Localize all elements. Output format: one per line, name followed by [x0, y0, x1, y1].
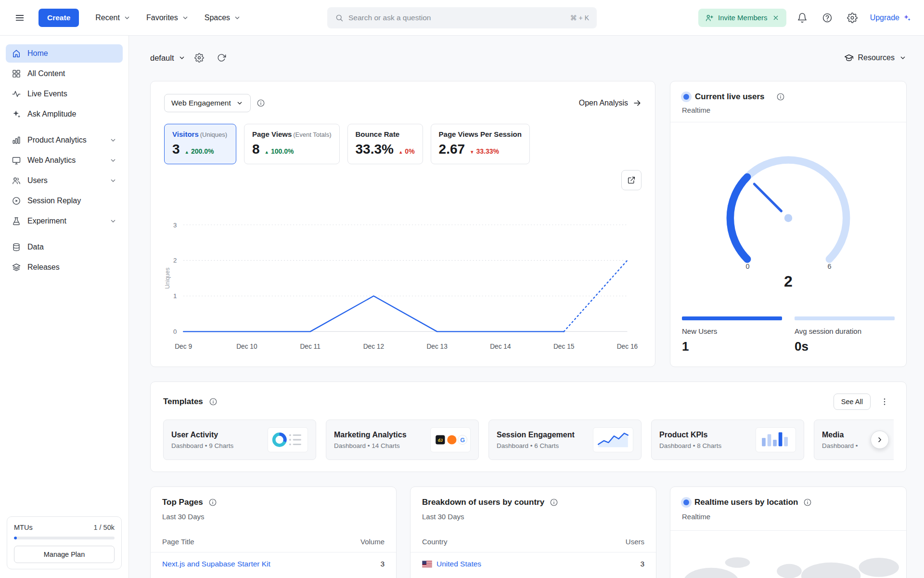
column-header-volume: Volume: [360, 538, 385, 546]
country-breakdown-title: Breakdown of users by country: [422, 498, 544, 507]
sidebar-item-session-replay[interactable]: Session Replay: [6, 192, 123, 210]
topbar-actions: Invite Members Upgrade: [698, 9, 911, 27]
volume-value: 3: [380, 560, 385, 568]
template-name: Product KPIs: [659, 431, 721, 439]
invite-members-button[interactable]: Invite Members: [698, 9, 786, 27]
refresh-button[interactable]: [213, 49, 230, 66]
sidebar-item-all-content[interactable]: All Content: [6, 65, 123, 83]
gear-icon: [847, 13, 858, 23]
gear-icon: [194, 53, 204, 63]
metric-visitors[interactable]: Visitors(Uniques) 3▲200.0%: [164, 124, 236, 164]
info-icon[interactable]: [550, 498, 558, 507]
search-input[interactable]: [348, 13, 565, 22]
sidebar-item-home[interactable]: Home: [6, 44, 123, 63]
metric-value: 33.3%: [356, 142, 394, 157]
country-link[interactable]: United States: [422, 560, 481, 568]
workspace-selector[interactable]: default: [150, 53, 186, 63]
spaces-menu[interactable]: Spaces: [205, 13, 241, 22]
metric-value: 2.67: [439, 142, 465, 157]
templates-menu-button[interactable]: [875, 393, 894, 411]
top-pages-title: Top Pages: [162, 498, 203, 507]
template-meta: Dashboard • 6 Charts: [497, 442, 575, 449]
info-icon[interactable]: [208, 498, 217, 507]
settings-button[interactable]: [843, 9, 861, 27]
country-breakdown-range: Last 30 Days: [422, 512, 644, 521]
svg-text:Dec 16: Dec 16: [617, 343, 638, 350]
engagement-metric-set-selector[interactable]: Web Engagement: [164, 94, 251, 112]
engagement-chart-area: 0123UniquesDec 9Dec 10Dec 11Dec 12Dec 13…: [164, 169, 642, 354]
expand-chart-button[interactable]: [621, 170, 642, 190]
metric-qualifier: (Uniques): [200, 131, 227, 138]
realtime-location-card: Realtime users by location Realtime: [670, 486, 907, 578]
svg-text:Dec 14: Dec 14: [490, 343, 511, 350]
sidebar-item-product-analytics[interactable]: Product Analytics: [6, 131, 123, 149]
grid-icon: [12, 69, 21, 79]
sidebar-item-label: Home: [27, 49, 48, 58]
page-title-link[interactable]: Next.js and Supabase Starter Kit: [162, 560, 270, 568]
sidebar-item-experiment[interactable]: Experiment: [6, 212, 123, 230]
sidebar-item-web-analytics[interactable]: Web Analytics: [6, 151, 123, 170]
manage-plan-button[interactable]: Manage Plan: [14, 546, 115, 563]
database-icon: [12, 242, 21, 252]
template-meta: Dashboard •: [822, 442, 858, 449]
template-user-activity[interactable]: User ActivityDashboard • 9 Charts: [163, 420, 316, 460]
recent-menu[interactable]: Recent: [95, 13, 131, 22]
template-marketing-analytics[interactable]: Marketing AnalyticsDashboard • 14 Charts…: [326, 420, 479, 460]
open-analysis-button[interactable]: Open Analysis: [579, 99, 642, 107]
menu-icon: [14, 13, 25, 23]
upgrade-link[interactable]: Upgrade: [870, 13, 911, 22]
info-icon[interactable]: [209, 397, 218, 406]
table-row: Next.js and Supabase Starter Kit 3: [151, 552, 396, 576]
stat-label: Avg session duration: [795, 327, 895, 335]
chevron-down-icon: [899, 54, 907, 62]
template-product-kpis[interactable]: Product KPIsDashboard • 8 Charts: [651, 420, 804, 460]
notifications-button[interactable]: [793, 9, 811, 27]
metric-page-views[interactable]: Page Views(Event Totals) 8▲100.0%: [244, 124, 340, 164]
sidebar: Home All Content Live Events Ask Amplitu…: [0, 36, 129, 578]
layers-icon: [12, 263, 21, 272]
sidebar-item-users[interactable]: Users: [6, 171, 123, 190]
template-tile-row: User ActivityDashboard • 9 Charts Market…: [163, 420, 894, 460]
sidebar-item-ask-amplitude[interactable]: Ask Amplitude: [6, 105, 123, 123]
svg-text:Dec 9: Dec 9: [175, 343, 192, 350]
users-icon: [12, 176, 21, 185]
resources-menu[interactable]: Resources: [844, 53, 907, 63]
metric-page-views-per-session[interactable]: Page Views Per Session 2.67▼33.33%: [431, 124, 530, 164]
metric-delta: ▲100.0%: [265, 147, 294, 155]
dashboard-toolbar: default Resources: [150, 36, 907, 81]
sidebar-item-releases[interactable]: Releases: [6, 258, 123, 276]
sidebar-item-label: Product Analytics: [27, 136, 87, 144]
upgrade-label: Upgrade: [870, 13, 899, 22]
stat-value: 0s: [795, 339, 895, 354]
realtime-location-subtitle: Realtime: [682, 512, 895, 521]
metric-value: 3: [172, 142, 180, 157]
metric-bounce-rate[interactable]: Bounce Rate 33.3%▲0%: [347, 124, 423, 164]
invite-dismiss-button[interactable]: [772, 14, 780, 22]
bell-icon: [797, 13, 808, 23]
see-all-button[interactable]: See All: [834, 394, 871, 410]
sidebar-item-data[interactable]: Data: [6, 238, 123, 256]
country-breakdown-card: Breakdown of users by country Last 30 Da…: [410, 486, 656, 578]
hamburger-menu-button[interactable]: [11, 9, 29, 27]
info-icon[interactable]: [776, 92, 785, 101]
create-button[interactable]: Create: [38, 9, 79, 27]
metric-label: Page Views Per Session: [439, 130, 522, 138]
spaces-menu-label: Spaces: [205, 13, 230, 22]
help-button[interactable]: [818, 9, 836, 27]
web-engagement-card: Web Engagement Open Analysis Visitors(Un…: [150, 81, 655, 367]
mtu-usage-card: MTUs 1 / 50k Manage Plan: [7, 516, 122, 569]
template-session-engagement[interactable]: Session EngagementDashboard • 6 Charts: [488, 420, 642, 460]
favorites-menu[interactable]: Favorites: [146, 13, 189, 22]
template-name: Media: [822, 431, 858, 439]
info-icon[interactable]: [803, 498, 812, 507]
templates-next-button[interactable]: [871, 431, 889, 449]
svg-text:G: G: [460, 437, 465, 444]
kebab-menu-icon: [880, 397, 889, 407]
chevron-right-icon: [875, 435, 884, 444]
dashboard-settings-button[interactable]: [191, 49, 208, 66]
svg-text:Dec 10: Dec 10: [236, 343, 257, 350]
svg-text:Dec 15: Dec 15: [553, 343, 575, 350]
info-icon[interactable]: [257, 99, 265, 107]
sidebar-item-live-events[interactable]: Live Events: [6, 85, 123, 103]
mtu-label: MTUs: [14, 524, 33, 531]
